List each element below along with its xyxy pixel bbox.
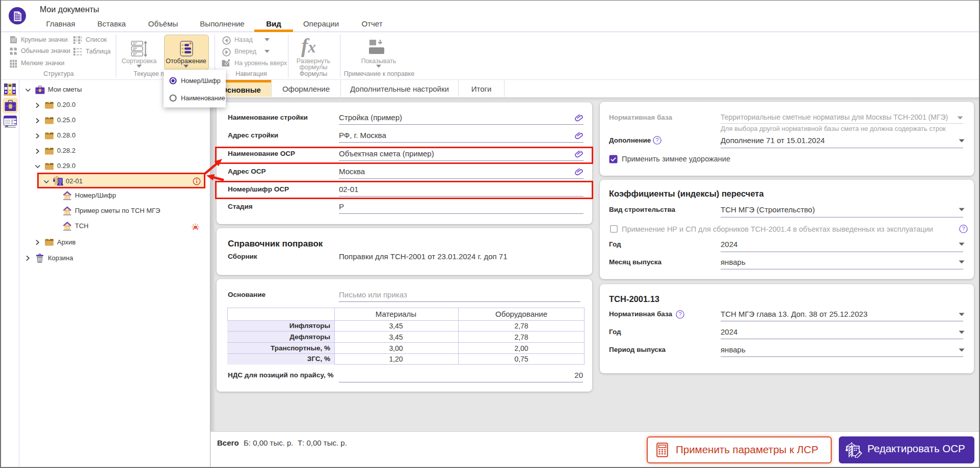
- svg-text:*: *: [190, 41, 192, 47]
